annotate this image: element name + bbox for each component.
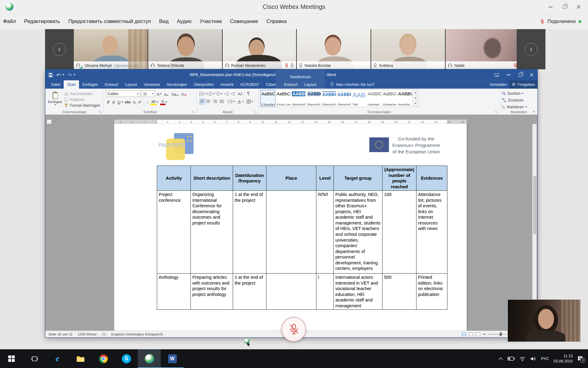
- format-painter-button[interactable]: Format übertragen: [64, 103, 100, 108]
- menu-file[interactable]: Файл: [3, 18, 16, 25]
- minimize-icon[interactable]: [503, 69, 514, 80]
- line-spacing-button[interactable]: [228, 98, 235, 105]
- tab-entwurf[interactable]: Entwurf: [101, 80, 122, 89]
- show-paragraph-marks-button[interactable]: ¶: [247, 90, 250, 96]
- mute-button[interactable]: [281, 317, 306, 342]
- increase-indent-button[interactable]: [231, 91, 235, 97]
- style-untertitel[interactable]: AABBCCDUntertitel: [367, 90, 382, 107]
- multilevel-list-button[interactable]: [215, 91, 222, 97]
- language-switcher[interactable]: РУС: [541, 356, 549, 361]
- zoom-slider-thumb[interactable]: [499, 332, 502, 336]
- menu-view[interactable]: Вид: [159, 18, 169, 25]
- style-ueberschrift-1[interactable]: AABBCÜberschrif...: [291, 90, 306, 107]
- numbering-button[interactable]: [207, 91, 214, 97]
- minimize-icon[interactable]: [543, 0, 557, 14]
- align-center-button[interactable]: [206, 98, 210, 105]
- sort-button[interactable]: AZ↓: [238, 91, 244, 97]
- menu-audio[interactable]: Аудио: [177, 18, 191, 25]
- web-layout-view-icon[interactable]: [476, 332, 480, 336]
- redo-icon[interactable]: [68, 73, 72, 77]
- tab-selector[interactable]: ∟: [47, 120, 51, 124]
- menu-help[interactable]: Справка: [266, 18, 287, 25]
- menu-edit[interactable]: Редактировать: [24, 18, 60, 25]
- wifi-icon[interactable]: [519, 356, 526, 361]
- gallery-scroll-down-icon[interactable]: [413, 95, 418, 101]
- start-button[interactable]: [0, 349, 23, 368]
- read-mode-view-icon[interactable]: [462, 332, 466, 336]
- clock[interactable]: 11:13 03.06.2020: [553, 354, 573, 364]
- bullets-button[interactable]: [199, 91, 206, 97]
- horizontal-ruler[interactable]: 3211234567891011121314151617181920212223…: [114, 120, 467, 124]
- justify-button[interactable]: [220, 98, 224, 105]
- document-page[interactable]: PAGOSTE Co-funded by the Erasmus+ Progra…: [114, 124, 467, 331]
- cut-button[interactable]: Ausschneiden: [64, 91, 93, 96]
- borders-button[interactable]: [247, 98, 253, 105]
- collapse-ribbon-icon[interactable]: [532, 110, 536, 113]
- hidden-icons-chevron[interactable]: [499, 357, 503, 360]
- speaker-icon[interactable]: [530, 356, 536, 361]
- language-indicator[interactable]: Englisch (Vereinigtes Königreich): [111, 332, 163, 336]
- menu-meeting[interactable]: Совещание: [230, 18, 258, 25]
- participant-video-roman[interactable]: Roman Nesterenko: [223, 29, 296, 69]
- file-explorer-button[interactable]: [69, 349, 92, 368]
- internet-explorer-button[interactable]: e: [46, 349, 69, 368]
- tab-verweise[interactable]: Verweise: [140, 80, 163, 89]
- highlight-dropdown-icon[interactable]: [156, 102, 158, 103]
- task-view-button[interactable]: [23, 349, 46, 368]
- subscript-button[interactable]: x₂: [132, 100, 137, 104]
- ribbon-display-options-icon[interactable]: [491, 69, 503, 80]
- close-icon[interactable]: [526, 69, 537, 80]
- gallery-more-icon[interactable]: [413, 101, 418, 107]
- tab-start[interactable]: Start: [64, 80, 79, 89]
- change-case-button[interactable]: Aa: [172, 91, 179, 97]
- style-schwache-hervorhebung[interactable]: AaBbCcDSchwache...: [382, 90, 397, 107]
- print-layout-view-icon[interactable]: [469, 332, 473, 336]
- align-left-button[interactable]: [199, 98, 205, 105]
- webex-taskbar-button[interactable]: [138, 349, 161, 368]
- participant-video-natali[interactable]: Natali: [446, 29, 519, 69]
- clear-formatting-button[interactable]: A: [181, 91, 187, 97]
- menu-share[interactable]: Предоставить совместный доступ: [68, 18, 151, 25]
- tab-einfuegen[interactable]: Einfügen: [79, 80, 101, 89]
- font-color-dropdown-icon[interactable]: [165, 102, 167, 103]
- skype-button[interactable]: S: [115, 349, 138, 368]
- shrink-font-button[interactable]: A: [164, 91, 168, 97]
- tab-datei[interactable]: Datei: [48, 80, 64, 89]
- dialog-launcher-icon[interactable]: [99, 111, 102, 114]
- tab-layout[interactable]: Layout: [122, 80, 140, 89]
- participant-video-svitlana[interactable]: Svitlana: [371, 29, 445, 69]
- find-button[interactable]: Suchen: [502, 90, 524, 96]
- undo-dropdown-icon[interactable]: [62, 74, 64, 75]
- action-center-button[interactable]: 3: [577, 356, 583, 362]
- align-right-button[interactable]: [213, 98, 217, 105]
- save-icon[interactable]: [48, 73, 53, 77]
- zoom-out-icon[interactable]: [483, 334, 486, 335]
- style-titel[interactable]: AABTitel: [351, 90, 367, 107]
- chrome-button[interactable]: [92, 349, 115, 368]
- scroll-participants-left-button[interactable]: ‹: [45, 29, 74, 69]
- highlight-color-button[interactable]: ab: [150, 99, 156, 105]
- copy-button[interactable]: Kopieren: [64, 97, 85, 102]
- scroll-participants-right-button[interactable]: ›: [517, 29, 545, 69]
- participant-video-natalia[interactable]: Natalia Bondar: [297, 29, 371, 69]
- bold-button[interactable]: F: [106, 100, 111, 105]
- font-size-select[interactable]: 11: [141, 90, 155, 97]
- style-hervorhebung[interactable]: AABBCCDHervorhe...: [397, 90, 412, 107]
- decrease-indent-button[interactable]: [224, 91, 229, 97]
- participant-video-tetiana[interactable]: Tetiana Shkoda: [148, 29, 222, 69]
- gallery-scroll-up-icon[interactable]: [413, 90, 418, 95]
- tab-ansicht[interactable]: Ansicht: [217, 80, 237, 89]
- tab-tabellen-layout[interactable]: Layout: [301, 80, 320, 89]
- close-icon[interactable]: [571, 0, 586, 14]
- dialog-launcher-icon[interactable]: [254, 111, 257, 114]
- select-button[interactable]: Markieren: [502, 104, 527, 110]
- paste-dropdown-icon[interactable]: [54, 104, 56, 105]
- underline-button[interactable]: U: [116, 100, 122, 105]
- text-effects-button[interactable]: A: [145, 100, 150, 105]
- customize-qat-icon[interactable]: [74, 74, 75, 75]
- participant-video-oksana[interactable]: Oksana Melnyk (организатор): [74, 29, 148, 69]
- shading-button[interactable]: [237, 98, 244, 105]
- style-ueberschrift-4[interactable]: AABBCCDIÜberschrif...: [336, 90, 352, 107]
- style-standard[interactable]: AaBbCcD¶ Standard: [260, 90, 276, 107]
- tell-me-box[interactable]: Was möchten Sie tun?: [330, 80, 374, 89]
